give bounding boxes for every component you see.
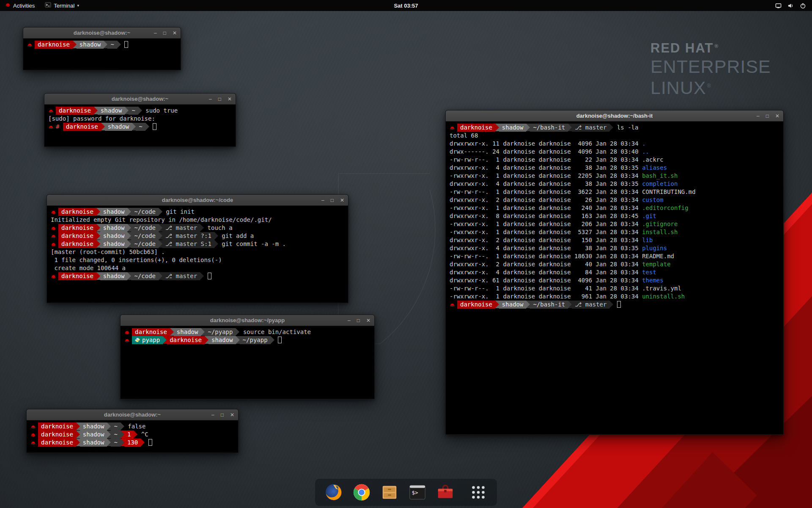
minimize-button[interactable]: – <box>209 97 212 102</box>
redhat-prompt-icon <box>30 439 38 447</box>
redhat-prompt-icon <box>48 123 56 131</box>
chrome-launcher[interactable] <box>351 482 372 502</box>
prompt-segment-host: shadow <box>100 232 128 240</box>
top-bar-left: Activities Terminal ▾ <box>0 0 84 11</box>
prompt-segment-path: ~/code <box>131 272 159 280</box>
close-button[interactable]: ✕ <box>366 318 370 323</box>
terminal-icon: $> <box>408 483 427 502</box>
terminal-text: sudo true <box>142 107 178 114</box>
terminal-window-code: darknoise@shadow:~/code–□✕darknoiseshado… <box>47 194 348 303</box>
terminal-text: .. <box>642 148 649 155</box>
maximize-button[interactable]: □ <box>218 97 221 102</box>
clock[interactable]: Sat 03:57 <box>394 0 418 11</box>
terminal-window-bash-it: darknoise@shadow:~/bash-it–□✕darknoisesh… <box>445 110 784 435</box>
power-icon[interactable] <box>800 3 806 9</box>
maximize-button[interactable]: □ <box>331 198 334 203</box>
window-titlebar[interactable]: darknoise@shadow:~–□✕ <box>27 409 238 420</box>
terminal-text: .ackrc <box>642 156 664 163</box>
terminal-body[interactable]: darknoiseshadow~ <box>23 39 181 51</box>
powerline-separator-icon <box>271 336 274 344</box>
window-titlebar[interactable]: darknoise@shadow:~/code–□✕ <box>47 195 348 206</box>
maximize-button[interactable]: □ <box>766 113 769 119</box>
prompt-segment-path: ~ <box>107 41 117 49</box>
terminal-cursor <box>124 41 128 48</box>
terminal-line: -rw-rw-r--. 1 darknoise darknoise 41 Jan… <box>450 284 779 293</box>
terminal-text: plugins <box>642 245 667 251</box>
terminal-text: -rwxrwxr-x. 1 darknoise darknoise 240 Ja… <box>450 204 642 211</box>
minimize-button[interactable]: – <box>154 30 157 36</box>
files-launcher[interactable] <box>379 482 400 502</box>
close-button[interactable]: ✕ <box>228 97 232 102</box>
window-controls: –□✕ <box>757 110 779 121</box>
terminal-line: -rwxrwxr-x. 1 darknoise darknoise 2205 J… <box>450 172 779 180</box>
powerline-separator-icon <box>159 240 162 248</box>
terminal-body[interactable]: darknoiseshadow~/bash-it⎇ master ls -lat… <box>446 121 783 311</box>
terminal-line: darknoiseshadow~ sudo true <box>48 107 232 115</box>
prompt-segment-path: ~/code <box>131 240 159 248</box>
close-button[interactable]: ✕ <box>230 412 234 417</box>
prompt-segment-user: darknoise <box>38 422 76 431</box>
terminal-text: drwxrwxr-x. 2 darknoise darknoise 26 Jan… <box>450 196 642 203</box>
powerline-separator-icon <box>125 107 129 114</box>
maximize-button[interactable]: □ <box>221 412 224 417</box>
terminal-line: -rwxrwxr-x. 1 darknoise darknoise 206 Ja… <box>450 220 779 228</box>
app-grid-launcher[interactable] <box>468 482 488 502</box>
firefox-launcher[interactable] <box>324 482 344 502</box>
activities-button[interactable]: Activities <box>0 0 40 11</box>
terminal-text: drwxrwxr-x. 11 darknoise darknoise 4096 … <box>450 140 642 147</box>
terminal-text: drwx------. 24 darknoise darknoise 4096 … <box>450 148 642 155</box>
window-titlebar[interactable]: darknoise@shadow:~/pyapp–□✕ <box>121 315 374 326</box>
prompt-segment-user: darknoise <box>63 123 101 131</box>
terminal-text: drwxrwxr-x. 4 darknoise darknoise 38 Jan… <box>450 180 642 187</box>
system-status-area[interactable] <box>771 0 810 11</box>
powerline-separator-icon <box>96 272 100 280</box>
screen-icon[interactable] <box>775 3 782 9</box>
terminal-line: darknoiseshadow~/code⎇ master S:1 git co… <box>51 240 344 248</box>
terminal-cursor <box>617 301 621 308</box>
terminal-body[interactable]: darknoiseshadow~/code git initInitialize… <box>47 206 348 282</box>
close-button[interactable]: ✕ <box>775 113 779 119</box>
powerline-separator-icon <box>127 232 131 240</box>
terminal-text: .editorconfig <box>642 204 689 211</box>
prompt-segment-path: ~ <box>111 431 120 439</box>
terminal-line: darknoiseshadow~/code⎇ master touch a <box>51 224 344 232</box>
powerline-separator-icon <box>96 232 100 240</box>
close-button[interactable]: ✕ <box>173 30 177 36</box>
toolbox-launcher[interactable] <box>435 482 455 502</box>
prompt-segment-git: ⎇ master <box>162 224 200 232</box>
app-menu[interactable]: Terminal ▾ <box>40 0 84 11</box>
window-titlebar[interactable]: darknoise@shadow:~–□✕ <box>44 94 236 105</box>
terminal-text: README.md <box>642 253 674 260</box>
close-button[interactable]: ✕ <box>340 198 344 203</box>
terminal-window-sudo: darknoise@shadow:~–□✕darknoiseshadow~ su… <box>44 93 236 147</box>
volume-icon[interactable] <box>787 3 794 9</box>
terminal-line: darknoiseshadow~ false <box>30 422 234 431</box>
window-controls: –□✕ <box>211 409 234 420</box>
terminal-text: drwxrwxr-x. 8 darknoise darknoise 163 Ja… <box>450 213 642 219</box>
terminal-body[interactable]: darknoiseshadow~/pyapp source bin/activa… <box>121 326 374 346</box>
prompt-segment-user: darknoise <box>132 328 170 336</box>
minimize-button[interactable]: – <box>757 113 760 119</box>
terminal-text: CONTRIBUTING.md <box>642 188 695 195</box>
terminal-line: drwxrwxr-x. 11 darknoise darknoise 4096 … <box>450 140 779 148</box>
window-titlebar[interactable]: darknoise@shadow:~–□✕ <box>23 28 181 39</box>
terminal-line: -rwxrwxr-x. 1 darknoise darknoise 240 Ja… <box>450 204 779 212</box>
minimize-button[interactable]: – <box>348 318 351 323</box>
terminal-body[interactable]: darknoiseshadow~ sudo true[sudo] passwor… <box>44 105 236 133</box>
terminal-text <box>145 439 148 446</box>
maximize-button[interactable]: □ <box>357 318 360 323</box>
powerline-separator-icon <box>76 431 80 438</box>
terminal-text: Initialized empty Git repository in /hom… <box>51 216 272 223</box>
maximize-button[interactable]: □ <box>163 30 166 36</box>
prompt-segment-host: shadow <box>100 240 128 248</box>
window-titlebar[interactable]: darknoise@shadow:~/bash-it–□✕ <box>446 110 783 121</box>
minimize-button[interactable]: – <box>321 198 324 203</box>
terminal-launcher[interactable]: $> <box>407 482 428 502</box>
terminal-body[interactable]: darknoiseshadow~ falsedarknoiseshadow~1 … <box>27 420 238 449</box>
powerline-separator-icon <box>159 272 162 280</box>
terminal-text: git commit -a -m . <box>218 240 286 247</box>
terminal-text: git add a <box>218 232 254 239</box>
minimize-button[interactable]: – <box>211 412 214 417</box>
prompt-segment-venv: pyapp <box>132 336 163 344</box>
terminal-line: darknoiseshadow~/code git init <box>51 208 344 216</box>
